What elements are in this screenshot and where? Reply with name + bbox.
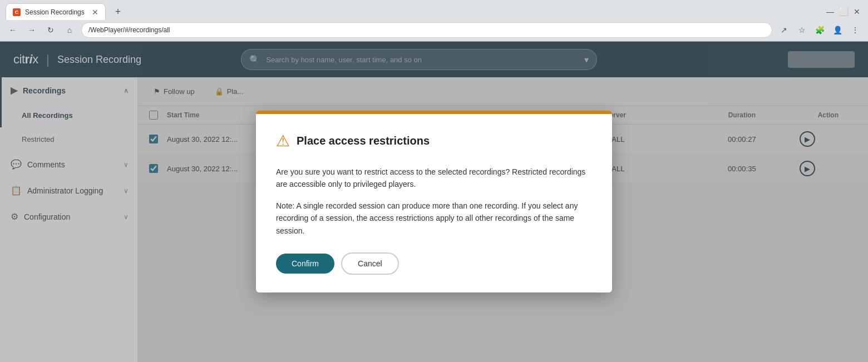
profile-icon[interactable]: 👤 bbox=[830, 23, 845, 37]
bookmark-icon[interactable]: ☆ bbox=[795, 23, 809, 37]
confirm-button[interactable]: Confirm bbox=[276, 254, 334, 274]
tab-favicon: C bbox=[13, 8, 21, 16]
modal-body: Are you sure you want to restrict access… bbox=[276, 166, 592, 237]
browser-toolbar-icons: ↗ ☆ 🧩 👤 ⋮ bbox=[777, 23, 862, 37]
warning-icon: ⚠ bbox=[276, 132, 290, 150]
window-controls: — ⬜ ✕ bbox=[825, 6, 862, 17]
forward-button[interactable]: → bbox=[24, 23, 39, 37]
modal-overlay: ⚠ Place access restrictions Are you sure… bbox=[0, 41, 868, 362]
browser-chrome: C Session Recordings ✕ + — ⬜ ✕ ← → ↻ ⌂ /… bbox=[0, 0, 868, 42]
new-tab-button[interactable]: + bbox=[110, 4, 126, 19]
cancel-button[interactable]: Cancel bbox=[341, 252, 399, 275]
close-button[interactable]: ✕ bbox=[851, 6, 862, 17]
home-button[interactable]: ⌂ bbox=[62, 23, 77, 37]
extensions-icon[interactable]: 🧩 bbox=[812, 23, 827, 37]
tab-close-icon[interactable]: ✕ bbox=[92, 8, 98, 17]
browser-tab[interactable]: C Session Recordings ✕ bbox=[6, 3, 106, 20]
modal-body-line2: Note: A single recorded session can prod… bbox=[276, 200, 592, 237]
back-button[interactable]: ← bbox=[6, 23, 20, 37]
modal-footer: Confirm Cancel bbox=[276, 252, 592, 275]
modal-body-line1: Are you sure you want to restrict access… bbox=[276, 166, 592, 191]
share-icon[interactable]: ↗ bbox=[777, 23, 791, 37]
reload-button[interactable]: ↻ bbox=[43, 23, 58, 37]
address-bar[interactable]: /WebPlayer/#/recordings/all bbox=[81, 22, 772, 38]
maximize-button[interactable]: ⬜ bbox=[838, 6, 849, 17]
modal-title-text: Place access restrictions bbox=[297, 135, 430, 147]
address-text: /WebPlayer/#/recordings/all bbox=[88, 26, 170, 34]
minimize-button[interactable]: — bbox=[825, 6, 836, 17]
menu-icon[interactable]: ⋮ bbox=[848, 23, 862, 37]
browser-toolbar: ← → ↻ ⌂ /WebPlayer/#/recordings/all ↗ ☆ … bbox=[0, 20, 868, 41]
tab-title: Session Recordings bbox=[25, 8, 87, 16]
browser-titlebar: C Session Recordings ✕ + — ⬜ ✕ bbox=[0, 0, 868, 20]
modal-dialog: ⚠ Place access restrictions Are you sure… bbox=[256, 111, 612, 292]
modal-title-area: ⚠ Place access restrictions bbox=[276, 132, 592, 150]
